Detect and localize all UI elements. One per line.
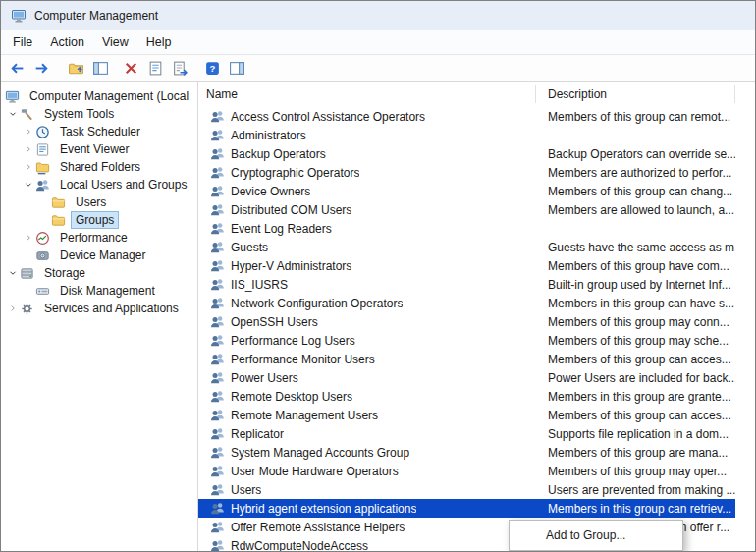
list-header: NameDescription bbox=[198, 82, 755, 107]
group-row-remote-management-users[interactable]: Remote Management UsersMembers of this g… bbox=[198, 406, 735, 424]
tree-item-device-manager[interactable]: Device Manager bbox=[1, 247, 197, 264]
group-name: RdwComputeNodeAccess bbox=[231, 539, 368, 552]
context-menu-item-add-to-group[interactable]: Add to Group... bbox=[510, 524, 682, 547]
show-console-tree-icon bbox=[92, 60, 109, 77]
titlebar[interactable]: Computer Management bbox=[1, 1, 755, 30]
menu-help[interactable]: Help bbox=[137, 32, 181, 52]
group-name: Network Configuration Operators bbox=[231, 297, 403, 310]
tree-item-shared-folders[interactable]: Shared Folders bbox=[1, 158, 197, 176]
up-folder-button[interactable] bbox=[65, 57, 87, 79]
tree-item-label: Device Manager bbox=[56, 248, 149, 263]
group-row-remote-desktop-users[interactable]: Remote Desktop UsersMembers in this grou… bbox=[198, 387, 735, 406]
tree-item-event-viewer[interactable]: Event Viewer bbox=[1, 140, 197, 158]
group-row-network-configuration-operators[interactable]: Network Configuration OperatorsMembers i… bbox=[198, 294, 735, 312]
group-row-iis-iusrs[interactable]: IIS_IUSRSBuilt-in group used by Internet… bbox=[198, 275, 735, 294]
users-group-icon bbox=[210, 464, 225, 478]
shared-folders-icon bbox=[35, 160, 51, 175]
menu-view[interactable]: View bbox=[93, 32, 137, 52]
console-tree: Computer Management (LocalSystem ToolsTa… bbox=[1, 82, 197, 551]
group-row-performance-log-users[interactable]: Performance Log UsersMembers of this gro… bbox=[198, 331, 735, 350]
tree-item-system-tools[interactable]: System Tools bbox=[1, 105, 197, 123]
group-row-users[interactable]: UsersUsers are prevented from making ... bbox=[198, 480, 735, 499]
group-description: Members in this group can retriev... bbox=[536, 502, 735, 516]
chevron-right-icon[interactable] bbox=[5, 304, 20, 313]
tree-item-disk-management[interactable]: Disk Management bbox=[1, 282, 197, 300]
menu-action[interactable]: Action bbox=[41, 32, 93, 52]
group-row-distributed-com-users[interactable]: Distributed COM UsersMembers are allowed… bbox=[198, 200, 735, 219]
group-row-guests[interactable]: GuestsGuests have the same access as m..… bbox=[198, 238, 735, 256]
group-name: System Managed Accounts Group bbox=[231, 446, 409, 460]
tree-item-label: Computer Management (Local bbox=[26, 88, 192, 104]
column-header-label: Name bbox=[206, 87, 238, 101]
group-row-backup-operators[interactable]: Backup OperatorsBackup Operators can ove… bbox=[198, 144, 735, 163]
group-name-cell: Replicator bbox=[198, 426, 536, 441]
group-row-administrators[interactable]: Administrators bbox=[198, 126, 735, 144]
group-name-cell: Device Owners bbox=[198, 184, 536, 198]
column-header-description[interactable]: Description bbox=[536, 85, 735, 103]
tree-item-computer-management-local[interactable]: Computer Management (Local bbox=[1, 87, 197, 105]
group-description: Members in this group can have s... bbox=[536, 297, 735, 310]
forward-arrow-button[interactable] bbox=[30, 57, 53, 79]
folder-icon bbox=[51, 213, 67, 228]
group-name: User Mode Hardware Operators bbox=[231, 465, 399, 478]
chevron-right-icon[interactable] bbox=[21, 233, 35, 243]
delete-button[interactable] bbox=[120, 57, 142, 79]
context-menu: Add to Group... bbox=[509, 520, 683, 551]
group-name: Performance Log Users bbox=[231, 334, 355, 348]
users-group-icon bbox=[210, 370, 225, 385]
group-row-hybrid-agent-extension-applications[interactable]: Hybrid agent extension applicationsMembe… bbox=[198, 499, 735, 518]
group-row-performance-monitor-users[interactable]: Performance Monitor UsersMembers of this… bbox=[198, 350, 735, 368]
chevron-right-icon[interactable] bbox=[21, 162, 35, 172]
group-name-cell: Event Log Readers bbox=[198, 221, 536, 236]
chevron-down-icon[interactable] bbox=[21, 180, 35, 190]
group-name: Hybrid agent extension applications bbox=[231, 502, 416, 516]
tree-item-local-users-and-groups[interactable]: Local Users and Groups bbox=[1, 176, 197, 193]
users-group-icon bbox=[210, 202, 225, 217]
users-group-icon bbox=[210, 128, 225, 142]
users-group-icon bbox=[210, 352, 225, 366]
group-row-replicator[interactable]: ReplicatorSupports file replication in a… bbox=[198, 424, 735, 443]
help-button[interactable]: ? bbox=[201, 57, 224, 79]
chevron-down-icon[interactable] bbox=[5, 268, 20, 278]
properties-list-button[interactable] bbox=[144, 57, 167, 79]
menu-file[interactable]: File bbox=[4, 32, 41, 52]
tree-item-label: Groups bbox=[72, 212, 118, 228]
group-row-event-log-readers[interactable]: Event Log Readers bbox=[198, 219, 735, 238]
show-console-tree-button[interactable] bbox=[89, 57, 112, 79]
app-icon bbox=[11, 8, 27, 24]
group-name-cell: Distributed COM Users bbox=[198, 202, 536, 217]
tree-item-performance[interactable]: Performance bbox=[1, 229, 197, 247]
tree-item-label: Performance bbox=[56, 230, 132, 246]
group-row-power-users[interactable]: Power UsersPower Users are included for … bbox=[198, 368, 735, 387]
group-row-device-owners[interactable]: Device OwnersMembers of this group can c… bbox=[198, 182, 735, 200]
group-row-access-control-assistance-operators[interactable]: Access Control Assistance OperatorsMembe… bbox=[198, 107, 735, 126]
help-icon: ? bbox=[204, 60, 221, 77]
export-list-button[interactable] bbox=[169, 57, 191, 79]
group-row-system-managed-accounts-group[interactable]: System Managed Accounts GroupMembers of … bbox=[198, 443, 735, 462]
tree-item-users[interactable]: Users bbox=[1, 193, 197, 211]
group-name: Remote Desktop Users bbox=[231, 390, 352, 404]
chevron-right-icon[interactable] bbox=[21, 144, 35, 154]
tree-item-services-and-applications[interactable]: Services and Applications bbox=[1, 300, 197, 317]
users-group-icon bbox=[210, 184, 225, 198]
chevron-down-icon[interactable] bbox=[5, 109, 20, 119]
tree-item-task-scheduler[interactable]: Task Scheduler bbox=[1, 123, 197, 140]
back-arrow-icon bbox=[9, 60, 26, 77]
chevron-right-icon[interactable] bbox=[21, 127, 35, 137]
group-description: Users are prevented from making ... bbox=[536, 483, 735, 497]
group-row-hyper-v-administrators[interactable]: Hyper-V AdministratorsMembers of this gr… bbox=[198, 256, 735, 275]
back-arrow-button[interactable] bbox=[6, 57, 28, 79]
svg-text:?: ? bbox=[210, 63, 216, 74]
group-name-cell: Backup Operators bbox=[198, 146, 536, 161]
column-header-name[interactable]: Name bbox=[198, 85, 536, 103]
group-description: Members of this group can remot... bbox=[536, 110, 735, 124]
group-row-cryptographic-operators[interactable]: Cryptographic OperatorsMembers are autho… bbox=[198, 163, 735, 182]
tree-item-storage[interactable]: Storage bbox=[1, 264, 197, 282]
group-description: Members of this group may sche... bbox=[536, 334, 735, 348]
group-row-user-mode-hardware-operators[interactable]: User Mode Hardware OperatorsMembers of t… bbox=[198, 462, 735, 480]
action-pane-button[interactable] bbox=[226, 57, 248, 79]
tree-item-groups[interactable]: Groups bbox=[1, 211, 197, 229]
users-group-icon bbox=[210, 520, 225, 534]
group-row-openssh-users[interactable]: OpenSSH UsersMembers of this group may c… bbox=[198, 312, 735, 331]
group-description: Power Users are included for back... bbox=[536, 371, 735, 385]
